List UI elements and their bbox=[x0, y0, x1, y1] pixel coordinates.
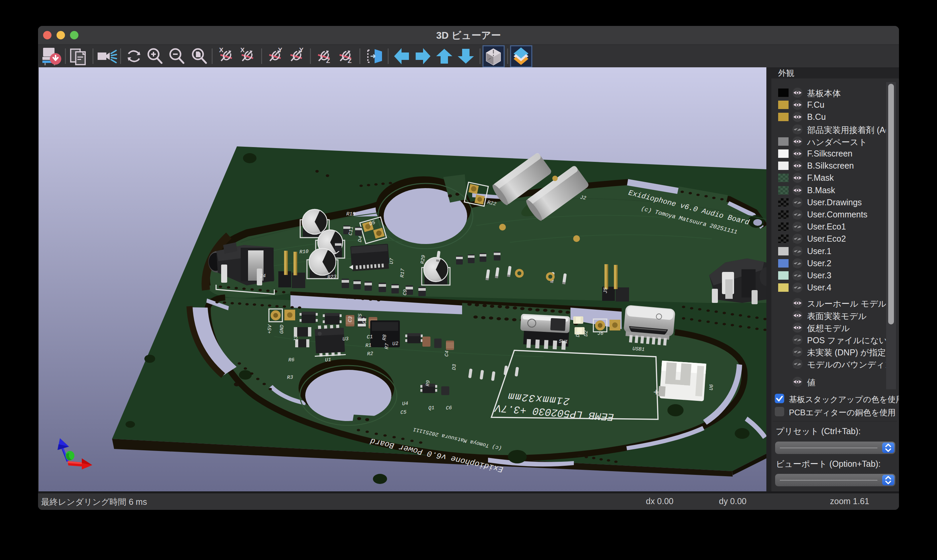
svg-text:X: X bbox=[219, 46, 223, 54]
svg-text:USB1: USB1 bbox=[632, 346, 645, 352]
svg-text:R2: R2 bbox=[367, 351, 373, 357]
svg-text:R19: R19 bbox=[346, 211, 355, 217]
svg-text:U1: U1 bbox=[325, 357, 331, 363]
svg-text:SW1: SW1 bbox=[559, 338, 568, 345]
svg-text:R23: R23 bbox=[327, 274, 337, 280]
svg-text:C5: C5 bbox=[400, 409, 406, 415]
svg-text:C1: C1 bbox=[366, 334, 373, 340]
svg-text:U7: U7 bbox=[389, 258, 395, 264]
svg-text:C6: C6 bbox=[446, 405, 452, 411]
svg-text:J4: J4 bbox=[260, 273, 266, 279]
svg-text:U4: U4 bbox=[402, 401, 408, 407]
svg-text:R7: R7 bbox=[384, 343, 390, 349]
svg-text:C4: C4 bbox=[444, 350, 450, 357]
svg-text:C2: C2 bbox=[362, 317, 368, 324]
svg-text:D4: D4 bbox=[357, 235, 363, 242]
svg-text:R17: R17 bbox=[400, 268, 406, 278]
svg-text:U3: U3 bbox=[342, 336, 349, 342]
svg-text:X: X bbox=[240, 46, 245, 54]
svg-text:J2: J2 bbox=[580, 194, 587, 201]
svg-text:C9: C9 bbox=[402, 289, 408, 295]
svg-text:J6: J6 bbox=[597, 331, 603, 337]
svg-text:+5V: +5V bbox=[267, 324, 273, 334]
svg-text:R3: R3 bbox=[287, 375, 293, 381]
svg-text:R1: R1 bbox=[365, 343, 372, 349]
svg-text:U6: U6 bbox=[708, 384, 714, 391]
svg-text:D3: D3 bbox=[451, 364, 457, 370]
svg-text:R9: R9 bbox=[425, 380, 431, 386]
svg-text:R6: R6 bbox=[288, 357, 294, 363]
svg-text:R8: R8 bbox=[382, 334, 388, 341]
svg-text:GND: GND bbox=[279, 325, 285, 334]
svg-text:+: + bbox=[653, 387, 659, 398]
svg-text:Q1: Q1 bbox=[428, 405, 434, 411]
svg-text:J5: J5 bbox=[603, 288, 609, 294]
svg-text:J3: J3 bbox=[293, 336, 299, 342]
svg-text:D1: D1 bbox=[575, 331, 581, 338]
svg-text:D2: D2 bbox=[583, 331, 589, 337]
svg-text:R10: R10 bbox=[299, 249, 309, 255]
svg-text:C3: C3 bbox=[347, 316, 353, 322]
svg-text:U2: U2 bbox=[392, 341, 398, 347]
